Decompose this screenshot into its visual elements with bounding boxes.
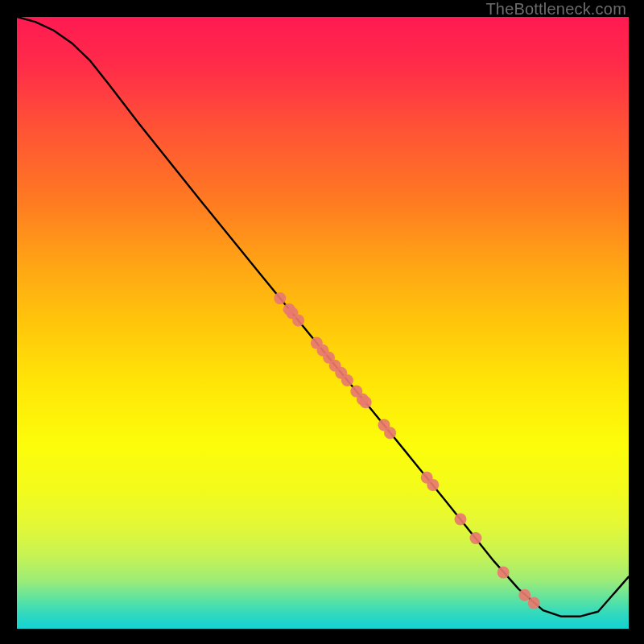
data-point [470, 532, 482, 544]
chart-svg [17, 17, 629, 629]
data-point [274, 292, 286, 304]
data-point [384, 427, 396, 439]
chart-frame: TheBottleneck.com [0, 0, 644, 644]
data-points-group [274, 292, 539, 609]
data-point [518, 589, 530, 601]
data-point [341, 374, 353, 386]
watermark-text: TheBottleneck.com [485, 0, 626, 19]
bottleneck-curve [17, 17, 629, 617]
data-point [497, 567, 510, 579]
data-point [528, 597, 540, 609]
data-point [427, 479, 439, 491]
data-point [292, 314, 304, 326]
plot-area [17, 17, 629, 629]
data-point [360, 396, 372, 408]
data-point [455, 513, 467, 525]
